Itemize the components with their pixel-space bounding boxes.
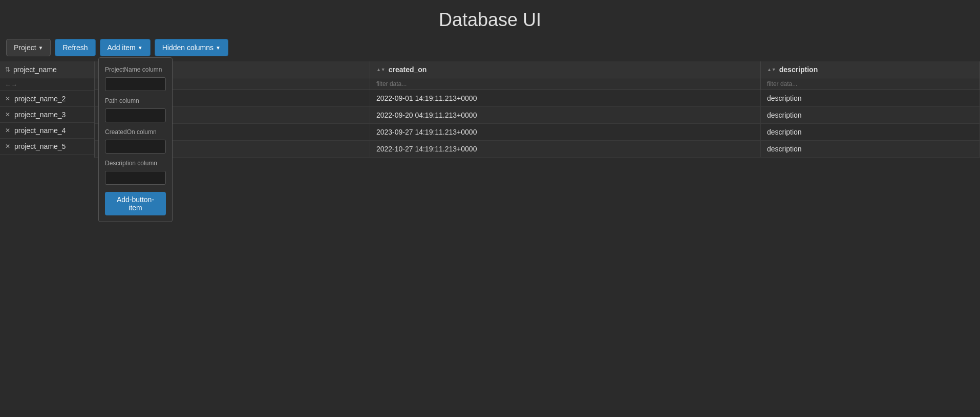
list-item[interactable]: ✕ project_name_4	[0, 123, 94, 139]
table-row[interactable]: project_name_5/path2022-10-27 14:19:11.2…	[95, 141, 980, 158]
sidebar-item-label: project_name_2	[14, 95, 66, 103]
dropdown-section-label-projectname: ProjectName column	[99, 62, 172, 75]
list-item[interactable]: ✕ project_name_5	[0, 139, 94, 155]
sidebar-header: ⇅ project_name	[0, 61, 94, 78]
chevron-down-icon: ▼	[38, 45, 44, 51]
table-header-row: ▲▼ path ▲▼ created_on ▲▼ descripti	[95, 61, 980, 78]
col-header-description[interactable]: ▲▼ description	[760, 61, 979, 78]
dropdown-section-label-description: Description column	[99, 156, 172, 169]
dropdown-section-label-createdon: CreatedOn column	[99, 124, 172, 138]
table-body: project_name_2/path2022-09-01 14:19:11.2…	[95, 90, 980, 158]
col-header-created-on[interactable]: ▲▼ created_on	[370, 61, 760, 78]
created-on-col-input[interactable]	[105, 140, 166, 153]
sidebar-item-label: project_name_4	[14, 126, 66, 135]
description-col-input[interactable]	[105, 171, 166, 185]
cell-created_on: 2022-09-01 14:19:11.213+0000	[370, 90, 760, 107]
add-item-button[interactable]: Add item ▼	[100, 39, 151, 56]
data-table: ▲▼ path ▲▼ created_on ▲▼ descripti	[95, 61, 980, 158]
sidebar: ⇅ project_name ←→ ✕ project_name_2 ✕ pro…	[0, 61, 95, 158]
table-row[interactable]: project_name_2/path2022-09-01 14:19:11.2…	[95, 90, 980, 107]
cell-created_on: 2022-09-20 04:19:11.213+0000	[370, 107, 760, 124]
sort-arrows-icon: ▲▼	[376, 68, 386, 72]
filter-description[interactable]: filter data...	[760, 78, 979, 90]
table-filter-row: filter data... filter data... filter dat…	[95, 78, 980, 90]
path-col-input[interactable]	[105, 108, 166, 122]
cell-description: description	[760, 90, 979, 107]
refresh-button[interactable]: Refresh	[55, 39, 95, 56]
cell-description: description	[760, 124, 979, 141]
add-item-dropdown: ProjectName column Path column CreatedOn…	[98, 57, 173, 222]
table-row[interactable]: project_name_4/path2023-09-27 14:19:11.2…	[95, 124, 980, 141]
chevron-down-icon: ▼	[138, 45, 143, 51]
list-item[interactable]: ✕ project_name_2	[0, 91, 94, 107]
cell-description: description	[760, 107, 979, 124]
remove-icon[interactable]: ✕	[5, 111, 10, 118]
cell-description: description	[760, 141, 979, 158]
project-name-col-input[interactable]	[105, 77, 166, 91]
table-row[interactable]: project_name_3/path2022-09-20 04:19:11.2…	[95, 107, 980, 124]
project-button[interactable]: Project ▼	[6, 39, 51, 56]
sort-icon: ⇅	[5, 66, 10, 73]
chevron-down-icon: ▼	[216, 45, 221, 51]
sidebar-column-header: project_name	[13, 65, 57, 74]
dropdown-section-label-path: Path column	[99, 93, 172, 106]
list-item[interactable]: ✕ project_name_3	[0, 107, 94, 123]
main-layout: ⇅ project_name ←→ ✕ project_name_2 ✕ pro…	[0, 61, 980, 158]
remove-icon[interactable]: ✕	[5, 143, 10, 150]
remove-icon[interactable]: ✕	[5, 95, 10, 102]
filter-created-on[interactable]: filter data...	[370, 78, 760, 90]
page-title: Database UI	[0, 0, 980, 39]
dropdown-add-item-button[interactable]: Add-button-item	[105, 192, 166, 215]
cell-created_on: 2022-10-27 14:19:11.213+0000	[370, 141, 760, 158]
remove-icon[interactable]: ✕	[5, 127, 10, 134]
sidebar-filter-placeholder: ←→	[5, 81, 17, 89]
sidebar-item-label: project_name_5	[14, 142, 66, 150]
sort-arrows-icon: ▲▼	[767, 68, 776, 72]
table-area: ▲▼ path ▲▼ created_on ▲▼ descripti	[95, 61, 980, 158]
cell-created_on: 2023-09-27 14:19:11.213+0000	[370, 124, 760, 141]
hidden-columns-button[interactable]: Hidden columns ▼	[155, 39, 228, 56]
sidebar-item-label: project_name_3	[14, 111, 66, 119]
sidebar-filter-row: ←→	[0, 78, 94, 91]
